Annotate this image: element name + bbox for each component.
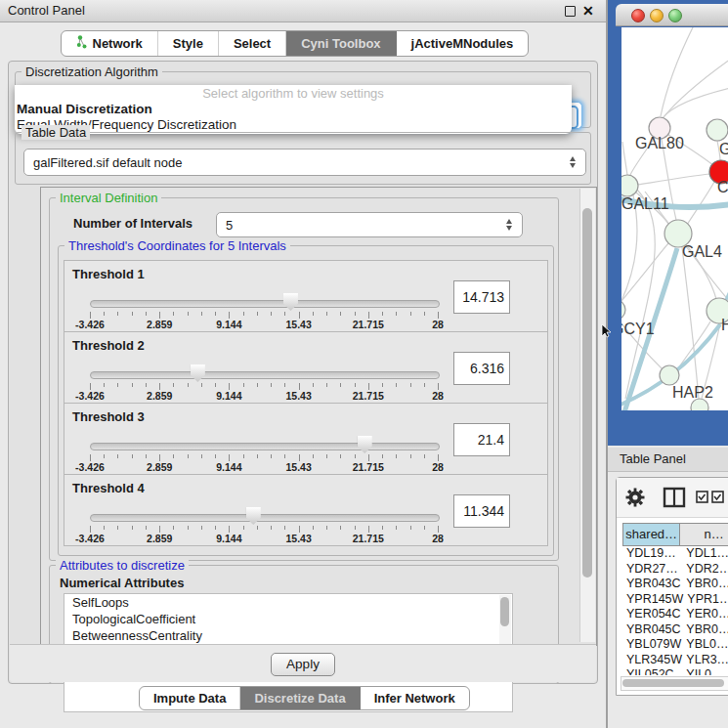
float-icon[interactable] (565, 6, 576, 17)
network-node-GCY1 (621, 300, 625, 320)
slider-tick-label: 2.859 (147, 461, 172, 473)
threshold-slider-track[interactable] (90, 300, 440, 308)
table-row[interactable]: YDL19…YDL1… (622, 546, 728, 562)
network-node-label: GAL11 (621, 195, 669, 212)
slider-tick-label: 15.43 (285, 319, 311, 330)
slider-tick (146, 312, 147, 316)
attribute-item[interactable]: TopologicalCoefficient (64, 611, 512, 627)
settings-scrollbar-thumb[interactable] (582, 208, 592, 578)
table-scrollbar-thumb[interactable] (622, 679, 724, 687)
mac-zoom-icon[interactable] (668, 9, 682, 22)
threshold-value-field[interactable]: 14.713 (453, 280, 510, 314)
network-edge (682, 247, 699, 399)
apply-button[interactable]: Apply (271, 653, 335, 676)
dropdown-option[interactable]: Equal Width/Frequency Discretization (15, 117, 572, 133)
table-row[interactable]: YBL079WYBL0… (622, 637, 728, 653)
columns-icon[interactable] (664, 489, 684, 506)
slider-tick (410, 312, 411, 316)
cell-shared-name: YDL19… (622, 546, 682, 562)
number-of-intervals-combobox[interactable]: 5 (216, 212, 523, 237)
slider-tick (159, 526, 160, 533)
network-window-titlebar (616, 4, 728, 26)
cyni-toolbox-panel: Discretization Algorithm Select algorith… (8, 61, 598, 684)
slider-tick-label: 28 (432, 390, 444, 402)
slider-tick (173, 312, 174, 316)
slider-tick-label: 21.715 (353, 390, 384, 402)
tab-style[interactable]: Style (158, 31, 219, 56)
mac-minimize-icon[interactable] (650, 9, 664, 22)
tab-select[interactable]: Select (219, 31, 286, 56)
table-panel-toolbar (617, 478, 728, 518)
slider-tick (313, 526, 314, 530)
slider-tick (229, 526, 230, 533)
threshold-panel: Threshold 4-3.4262.8599.14415.4321.71528… (64, 474, 548, 546)
tab-network[interactable]: Network (62, 31, 158, 56)
slider-tick (340, 383, 341, 387)
threshold-slider-thumb[interactable] (283, 293, 298, 311)
slider-tick (201, 383, 202, 387)
table-panel: shared…n… YDL19…YDL1…YDR27…YDR2…YBR043CY… (616, 477, 728, 696)
attributes-scrollbar[interactable] (499, 595, 511, 646)
attribute-item[interactable]: SelfLoops (64, 594, 512, 611)
slider-tick-label: 9.144 (216, 461, 241, 473)
network-edge (622, 142, 627, 175)
column-header[interactable]: shared… (622, 523, 680, 546)
checkbox-checked-icon[interactable] (697, 492, 707, 502)
threshold-slider-thumb[interactable] (246, 507, 261, 525)
threshold-value-field[interactable]: 6.316 (453, 352, 510, 385)
slider-tick (396, 526, 397, 530)
slider-tick (382, 454, 383, 458)
gear-icon[interactable] (626, 489, 645, 507)
threshold-slider-track[interactable] (90, 514, 440, 522)
slider-tick-label: 15.43 (285, 390, 311, 402)
table-row[interactable]: YLR345WYLR3… (622, 653, 728, 668)
dropdown-option[interactable]: Manual Discretization (15, 102, 572, 117)
tab-infer-network[interactable]: Infer Network (361, 687, 469, 709)
table-row[interactable]: YER054CYER0… (622, 607, 728, 622)
attribute-item[interactable]: BetweennessCentrality (64, 627, 512, 644)
tab-jactivemnodules[interactable]: jActiveMNodules (397, 31, 529, 56)
threshold-slider-track[interactable] (90, 443, 440, 450)
slider-tick (271, 526, 272, 530)
tab-discretize-data[interactable]: Discretize Data (240, 687, 360, 709)
table-row[interactable]: YDR27…YDR2… (622, 562, 728, 578)
close-icon[interactable]: ✕ (582, 0, 594, 21)
slider-tick (215, 526, 216, 530)
slider-tick (382, 312, 383, 316)
slider-tick (424, 312, 425, 316)
cell-shared-name: YBR043C (622, 577, 682, 592)
tab-impute-data[interactable]: Impute Data (140, 687, 240, 709)
bottom-tab-bar: Impute DataDiscretize DataInfer Network (139, 686, 470, 710)
slider-tick (410, 454, 411, 458)
slider-tick (215, 312, 216, 316)
dropdown-placeholder-option[interactable]: Select algorithm to view settings (15, 85, 572, 102)
cell-name: YDL1… (682, 546, 728, 562)
network-canvas[interactable]: GAL80GACGAL11GAL4GCY1HHAP2 (621, 27, 728, 410)
cell-shared-name: YDR27… (622, 562, 682, 578)
slider-tick (299, 454, 300, 461)
attributes-scrollbar-thumb[interactable] (500, 597, 509, 626)
checkbox-checked-icon[interactable] (712, 492, 723, 502)
slider-tick-label: 21.715 (353, 461, 384, 473)
threshold-slider-track[interactable] (90, 371, 440, 379)
slider-tick (410, 383, 411, 387)
slider-tick (117, 383, 118, 387)
slider-tick (146, 454, 147, 458)
table-horizontal-scrollbar[interactable] (621, 676, 728, 691)
table-row[interactable]: YBR045CYBR0… (622, 622, 728, 638)
threshold-slider-thumb[interactable] (358, 436, 372, 453)
settings-vertical-scrollbar[interactable] (579, 189, 595, 642)
tab-label: Style (173, 36, 203, 51)
slider-tick (188, 454, 189, 458)
table-row[interactable]: YBR043CYBR0… (622, 577, 728, 592)
tab-cyni-toolbox[interactable]: Cyni Toolbox (286, 31, 396, 56)
threshold-slider-thumb[interactable] (191, 364, 205, 382)
threshold-value-field[interactable]: 21.4 (453, 423, 510, 456)
table-row[interactable]: YIL052CYIL0… (622, 667, 728, 675)
mac-close-icon[interactable] (631, 9, 645, 22)
table-data-combobox[interactable]: galFiltered.sif default node (23, 149, 586, 176)
column-header[interactable]: n… (680, 523, 728, 546)
threshold-value-field[interactable]: 11.344 (453, 494, 510, 528)
slider-tick (257, 454, 258, 458)
table-row[interactable]: YPR145WYPR1… (622, 592, 728, 608)
